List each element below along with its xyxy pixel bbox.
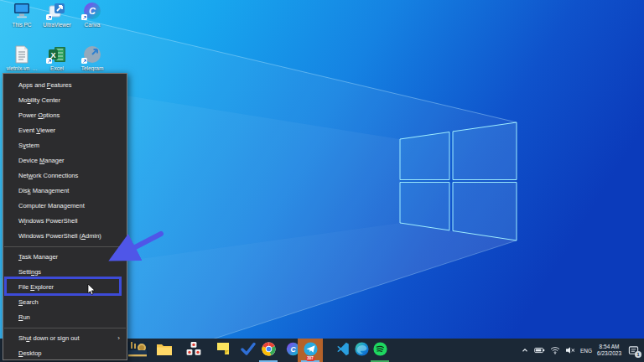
volume-muted-icon[interactable] <box>565 343 575 358</box>
menu-item-network-connections[interactable]: Network Connections <box>3 168 127 184</box>
windows-desktop: This PCUltraViewerCCanvavietnix-vn_...XE… <box>0 0 644 362</box>
shortcut-arrow-icon <box>81 58 87 64</box>
menu-item-desktop[interactable]: Desktop <box>3 346 127 361</box>
sticky-notes-icon <box>216 342 230 359</box>
taskbar-icon-sticky-notes[interactable] <box>210 339 236 362</box>
desktop-icon-ultraviewer[interactable]: UltraViewer <box>39 2 75 28</box>
notification-badge: 1 <box>635 351 641 358</box>
desktop-icon-canva[interactable]: CCanva <box>74 2 111 28</box>
edge-icon <box>355 342 369 359</box>
taskbar-icon-spotify[interactable] <box>367 339 392 362</box>
vscode-icon <box>336 342 350 359</box>
taskbar-icon-remote-squares-app[interactable] <box>181 339 206 362</box>
action-center-icon[interactable]: 1 <box>626 344 640 357</box>
svg-text:C: C <box>290 344 296 353</box>
taskbar-icon-file-explorer[interactable] <box>152 339 177 362</box>
desktop-icon-label: Excel <box>39 65 75 71</box>
desktop-icon-this-pc[interactable]: This PC <box>3 2 40 28</box>
check-app-icon <box>241 342 256 359</box>
shortcut-arrow-icon <box>81 14 87 20</box>
ultraviewer-icon <box>46 2 68 20</box>
menu-item-task-manager[interactable]: Task Manager <box>3 250 127 265</box>
spotify-icon <box>373 342 387 359</box>
desktop-icon-excel[interactable]: XExcel <box>39 45 75 71</box>
submenu-chevron-icon: › <box>117 331 120 346</box>
clock-time: 8:54 AM <box>597 344 621 350</box>
menu-item-power-options[interactable]: Power Options <box>3 108 127 123</box>
desktop-icon-label: vietnix-vn_... <box>3 65 40 71</box>
taskbar-icon-harbor-app[interactable] <box>125 339 150 362</box>
menu-item-apps-and-features[interactable]: Apps and Features <box>3 78 127 93</box>
menu-item-event-viewer[interactable]: Event Viewer <box>3 123 127 138</box>
telegram-icon <box>81 45 103 64</box>
tray-chevron-up-icon[interactable] <box>521 343 529 358</box>
taskbar-icon-telegram[interactable]: 307 <box>298 339 323 362</box>
menu-item-mobility-center[interactable]: Mobility Center <box>3 93 127 108</box>
harbor-app-icon <box>127 339 148 362</box>
annotation-highlight-box <box>4 277 122 296</box>
desktop-icon-label: Telegram <box>74 65 111 71</box>
clock-date: 6/23/2023 <box>597 350 621 357</box>
chrome-icon <box>262 342 276 359</box>
menu-item-windows-powershell-admin[interactable]: Windows PowerShell (Admin) <box>3 229 127 244</box>
shortcut-arrow-icon <box>46 58 52 64</box>
desktop-icon-telegram[interactable]: Telegram <box>74 45 111 71</box>
menu-item-run[interactable]: Run <box>3 310 127 325</box>
desktop-icon-label: Canva <box>74 22 111 28</box>
winx-context-menu: Apps and FeaturesMobility CenterPower Op… <box>3 73 127 360</box>
svg-text:C: C <box>89 6 96 16</box>
file-explorer-icon <box>156 342 173 359</box>
desktop-icon-label: UltraViewer <box>39 22 75 28</box>
desktop-icon-vietnix-doc[interactable]: vietnix-vn_... <box>3 45 40 71</box>
menu-item-system[interactable]: System <box>3 138 127 153</box>
menu-item-shut-down-or-sign-out[interactable]: Shut down or sign out› <box>3 331 127 346</box>
menu-item-computer-management[interactable]: Computer Management <box>3 199 127 214</box>
clock[interactable]: 8:54 AM 6/23/2023 <box>597 344 621 357</box>
this-pc-icon <box>11 2 33 20</box>
menu-item-search[interactable]: Search <box>3 295 127 310</box>
system-tray: ENG 8:54 AM 6/23/2023 1 <box>521 339 644 362</box>
menu-item-disk-management[interactable]: Disk Management <box>3 184 127 199</box>
menu-item-device-manager[interactable]: Device Manager <box>3 153 127 168</box>
language-indicator[interactable]: ENG <box>580 348 592 354</box>
shortcut-arrow-icon <box>46 14 52 20</box>
remote-squares-app-icon <box>186 341 201 359</box>
canva-icon: C <box>81 2 103 20</box>
excel-icon: X <box>46 45 68 64</box>
desktop-icon-label: This PC <box>3 22 40 28</box>
menu-separator <box>4 246 126 247</box>
wifi-icon[interactable] <box>550 343 560 358</box>
vietnix-doc-icon <box>11 45 33 64</box>
menu-item-windows-powershell[interactable]: Windows PowerShell <box>3 214 127 229</box>
unread-count-badge: 307 <box>306 356 315 361</box>
menu-separator <box>4 328 126 328</box>
battery-icon[interactable] <box>534 343 545 358</box>
taskbar-icon-chrome[interactable] <box>256 339 281 362</box>
